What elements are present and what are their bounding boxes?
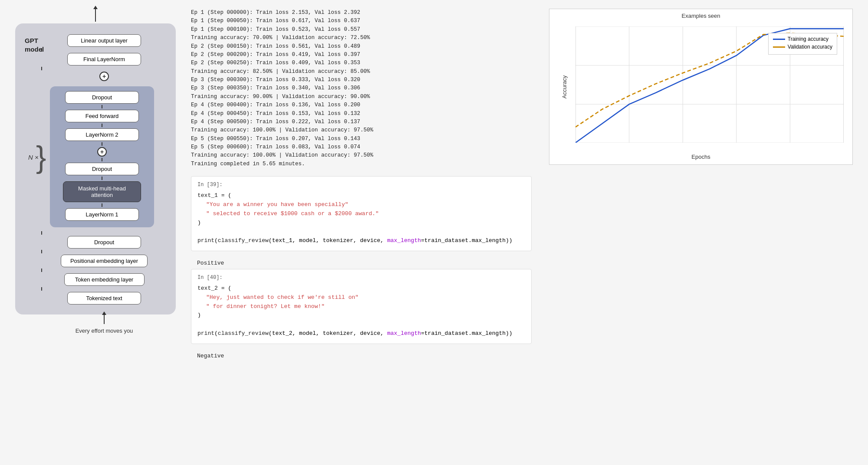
training-line-sample <box>773 39 785 40</box>
training-label: Training accuracy <box>788 36 829 42</box>
cell-1-output: Positive <box>191 257 532 269</box>
training-output: Ep 1 (Step 000000): Train loss 2.153, Va… <box>191 9 532 168</box>
linear-output-block: Linear output layer <box>67 34 141 47</box>
gpt-diagram-panel: GPT model Linear output layer Final Laye… <box>0 0 187 465</box>
diagram-caption: Every effort moves you <box>76 327 133 334</box>
code-cell-2: In [40]: text_2 = ( "Hey, just wanted to… <box>191 269 532 344</box>
chart-y-title: Accuracy <box>553 9 576 164</box>
diagram-box: GPT model Linear output layer Final Laye… <box>15 23 176 314</box>
cell-1-label: In [39]: <box>197 182 525 188</box>
positional-embedding-block: Positional embedding layer <box>61 255 148 267</box>
validation-line-sample <box>773 46 785 48</box>
validation-label: Validation accuracy <box>788 44 832 50</box>
cell-2-output: Negative <box>191 350 532 362</box>
cell-2-label: In [40]: <box>197 275 525 281</box>
final-layernorm-block: Final LayerNorm <box>67 53 141 65</box>
dropout3-block: Dropout <box>67 236 141 249</box>
chart-panel: Examples seen Epochs Accuracy Training a… <box>538 0 868 465</box>
gpt-model-label: GPT model <box>25 36 44 53</box>
top-arrow <box>95 9 96 22</box>
tokenized-block: Tokenized text <box>67 292 141 305</box>
accuracy-chart: Examples seen Epochs Accuracy Training a… <box>549 9 853 165</box>
cell-2-code: text_2 = ( "Hey, just wanted to check if… <box>197 284 525 338</box>
chart-x-top-title: Examples seen <box>549 13 852 19</box>
token-embedding-block: Token embedding layer <box>64 273 145 286</box>
middle-panel: Ep 1 (Step 000000): Train loss 2.153, Va… <box>187 0 538 465</box>
feed-forward-block: Feed forward <box>65 110 139 122</box>
legend-validation: Validation accuracy <box>773 44 832 50</box>
layernorm2-block: LayerNorm 2 <box>65 128 139 141</box>
layernorm1-block: LayerNorm 1 <box>65 208 139 221</box>
cell-1-code: text_1 = ( "You are a winner you have be… <box>197 191 525 246</box>
legend-training: Training accuracy <box>773 36 832 42</box>
code-cell-1: In [39]: text_1 = ( "You are a winner yo… <box>191 176 532 251</box>
dropout1-block: Dropout <box>65 91 139 104</box>
chart-x-bottom-title: Epochs <box>549 154 852 160</box>
transformer-inner-box: Dropout Feed forward LayerNorm 2 + Dropo… <box>50 86 154 227</box>
masked-attention-block: Masked multi-head attention <box>63 181 141 202</box>
add-circle-1: + <box>99 72 109 81</box>
dropout2-block: Dropout <box>65 163 139 175</box>
chart-legend: Training accuracy Validation accuracy <box>768 33 837 55</box>
add-circle-2: + <box>97 147 107 157</box>
